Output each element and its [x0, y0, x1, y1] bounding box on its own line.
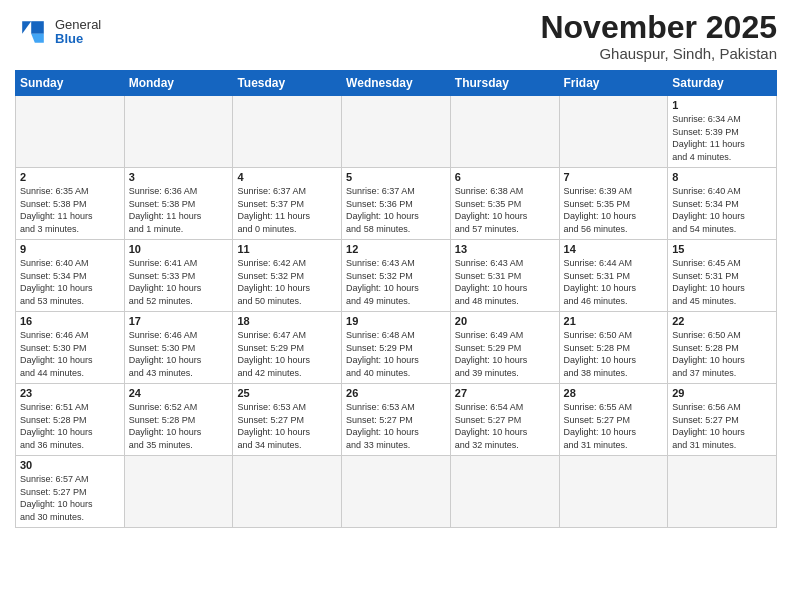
calendar-week-row: 16Sunrise: 6:46 AMSunset: 5:30 PMDayligh…	[16, 312, 777, 384]
page: General Blue November 2025 Ghauspur, Sin…	[0, 0, 792, 612]
weekday-header-sunday: Sunday	[16, 71, 125, 96]
day-number: 9	[20, 243, 120, 255]
calendar-cell	[342, 96, 451, 168]
calendar-cell: 2Sunrise: 6:35 AMSunset: 5:38 PMDaylight…	[16, 168, 125, 240]
day-number: 15	[672, 243, 772, 255]
calendar-cell: 28Sunrise: 6:55 AMSunset: 5:27 PMDayligh…	[559, 384, 668, 456]
day-number: 22	[672, 315, 772, 327]
calendar-cell: 24Sunrise: 6:52 AMSunset: 5:28 PMDayligh…	[124, 384, 233, 456]
calendar-cell: 9Sunrise: 6:40 AMSunset: 5:34 PMDaylight…	[16, 240, 125, 312]
day-number: 28	[564, 387, 664, 399]
calendar-cell: 5Sunrise: 6:37 AMSunset: 5:36 PMDaylight…	[342, 168, 451, 240]
logo-general-text: General	[55, 18, 101, 32]
calendar-week-row: 2Sunrise: 6:35 AMSunset: 5:38 PMDaylight…	[16, 168, 777, 240]
day-number: 7	[564, 171, 664, 183]
day-number: 18	[237, 315, 337, 327]
calendar-cell	[450, 456, 559, 527]
day-info: Sunrise: 6:45 AMSunset: 5:31 PMDaylight:…	[672, 257, 772, 307]
day-number: 6	[455, 171, 555, 183]
day-info: Sunrise: 6:52 AMSunset: 5:28 PMDaylight:…	[129, 401, 229, 451]
calendar-cell: 20Sunrise: 6:49 AMSunset: 5:29 PMDayligh…	[450, 312, 559, 384]
day-number: 16	[20, 315, 120, 327]
day-number: 19	[346, 315, 446, 327]
calendar-week-row: 30Sunrise: 6:57 AMSunset: 5:27 PMDayligh…	[16, 456, 777, 527]
calendar-cell: 1Sunrise: 6:34 AMSunset: 5:39 PMDaylight…	[668, 96, 777, 168]
day-number: 4	[237, 171, 337, 183]
day-number: 23	[20, 387, 120, 399]
day-number: 13	[455, 243, 555, 255]
calendar-cell: 27Sunrise: 6:54 AMSunset: 5:27 PMDayligh…	[450, 384, 559, 456]
day-number: 2	[20, 171, 120, 183]
weekday-header-saturday: Saturday	[668, 71, 777, 96]
calendar-cell	[124, 96, 233, 168]
day-info: Sunrise: 6:44 AMSunset: 5:31 PMDaylight:…	[564, 257, 664, 307]
day-info: Sunrise: 6:40 AMSunset: 5:34 PMDaylight:…	[20, 257, 120, 307]
day-number: 24	[129, 387, 229, 399]
day-number: 11	[237, 243, 337, 255]
day-number: 5	[346, 171, 446, 183]
day-info: Sunrise: 6:38 AMSunset: 5:35 PMDaylight:…	[455, 185, 555, 235]
calendar-week-row: 9Sunrise: 6:40 AMSunset: 5:34 PMDaylight…	[16, 240, 777, 312]
logo-text: General Blue	[55, 18, 101, 47]
day-number: 25	[237, 387, 337, 399]
title-block: November 2025 Ghauspur, Sindh, Pakistan	[540, 10, 777, 62]
day-info: Sunrise: 6:56 AMSunset: 5:27 PMDaylight:…	[672, 401, 772, 451]
calendar-cell	[668, 456, 777, 527]
calendar-cell	[559, 456, 668, 527]
logo-blue-text: Blue	[55, 32, 101, 46]
header: General Blue November 2025 Ghauspur, Sin…	[15, 10, 777, 62]
calendar-cell: 13Sunrise: 6:43 AMSunset: 5:31 PMDayligh…	[450, 240, 559, 312]
calendar-cell: 21Sunrise: 6:50 AMSunset: 5:28 PMDayligh…	[559, 312, 668, 384]
day-info: Sunrise: 6:36 AMSunset: 5:38 PMDaylight:…	[129, 185, 229, 235]
day-number: 30	[20, 459, 120, 471]
weekday-header-wednesday: Wednesday	[342, 71, 451, 96]
day-number: 26	[346, 387, 446, 399]
day-info: Sunrise: 6:35 AMSunset: 5:38 PMDaylight:…	[20, 185, 120, 235]
calendar-cell: 17Sunrise: 6:46 AMSunset: 5:30 PMDayligh…	[124, 312, 233, 384]
calendar-week-row: 23Sunrise: 6:51 AMSunset: 5:28 PMDayligh…	[16, 384, 777, 456]
calendar-cell: 3Sunrise: 6:36 AMSunset: 5:38 PMDaylight…	[124, 168, 233, 240]
calendar-cell: 22Sunrise: 6:50 AMSunset: 5:28 PMDayligh…	[668, 312, 777, 384]
generalblue-logo-icon	[15, 14, 51, 50]
day-number: 3	[129, 171, 229, 183]
calendar-cell: 25Sunrise: 6:53 AMSunset: 5:27 PMDayligh…	[233, 384, 342, 456]
calendar-cell	[450, 96, 559, 168]
day-info: Sunrise: 6:34 AMSunset: 5:39 PMDaylight:…	[672, 113, 772, 163]
day-number: 10	[129, 243, 229, 255]
calendar-cell	[233, 96, 342, 168]
calendar-cell: 29Sunrise: 6:56 AMSunset: 5:27 PMDayligh…	[668, 384, 777, 456]
calendar-cell	[124, 456, 233, 527]
calendar-cell: 7Sunrise: 6:39 AMSunset: 5:35 PMDaylight…	[559, 168, 668, 240]
calendar-week-row: 1Sunrise: 6:34 AMSunset: 5:39 PMDaylight…	[16, 96, 777, 168]
day-info: Sunrise: 6:37 AMSunset: 5:37 PMDaylight:…	[237, 185, 337, 235]
day-info: Sunrise: 6:47 AMSunset: 5:29 PMDaylight:…	[237, 329, 337, 379]
logo: General Blue	[15, 10, 101, 50]
day-info: Sunrise: 6:53 AMSunset: 5:27 PMDaylight:…	[346, 401, 446, 451]
weekday-header-monday: Monday	[124, 71, 233, 96]
day-info: Sunrise: 6:55 AMSunset: 5:27 PMDaylight:…	[564, 401, 664, 451]
day-info: Sunrise: 6:57 AMSunset: 5:27 PMDaylight:…	[20, 473, 120, 523]
calendar-cell	[342, 456, 451, 527]
calendar-cell: 16Sunrise: 6:46 AMSunset: 5:30 PMDayligh…	[16, 312, 125, 384]
svg-marker-1	[31, 21, 44, 34]
calendar-cell: 23Sunrise: 6:51 AMSunset: 5:28 PMDayligh…	[16, 384, 125, 456]
month-title: November 2025	[540, 10, 777, 45]
day-number: 27	[455, 387, 555, 399]
day-info: Sunrise: 6:41 AMSunset: 5:33 PMDaylight:…	[129, 257, 229, 307]
day-number: 20	[455, 315, 555, 327]
day-number: 8	[672, 171, 772, 183]
day-info: Sunrise: 6:43 AMSunset: 5:31 PMDaylight:…	[455, 257, 555, 307]
day-info: Sunrise: 6:53 AMSunset: 5:27 PMDaylight:…	[237, 401, 337, 451]
day-number: 21	[564, 315, 664, 327]
day-number: 1	[672, 99, 772, 111]
day-number: 12	[346, 243, 446, 255]
calendar-cell: 6Sunrise: 6:38 AMSunset: 5:35 PMDaylight…	[450, 168, 559, 240]
weekday-header-thursday: Thursday	[450, 71, 559, 96]
calendar-cell: 26Sunrise: 6:53 AMSunset: 5:27 PMDayligh…	[342, 384, 451, 456]
calendar-cell: 30Sunrise: 6:57 AMSunset: 5:27 PMDayligh…	[16, 456, 125, 527]
calendar-cell: 10Sunrise: 6:41 AMSunset: 5:33 PMDayligh…	[124, 240, 233, 312]
day-info: Sunrise: 6:54 AMSunset: 5:27 PMDaylight:…	[455, 401, 555, 451]
day-info: Sunrise: 6:37 AMSunset: 5:36 PMDaylight:…	[346, 185, 446, 235]
calendar-cell	[233, 456, 342, 527]
calendar-cell: 12Sunrise: 6:43 AMSunset: 5:32 PMDayligh…	[342, 240, 451, 312]
